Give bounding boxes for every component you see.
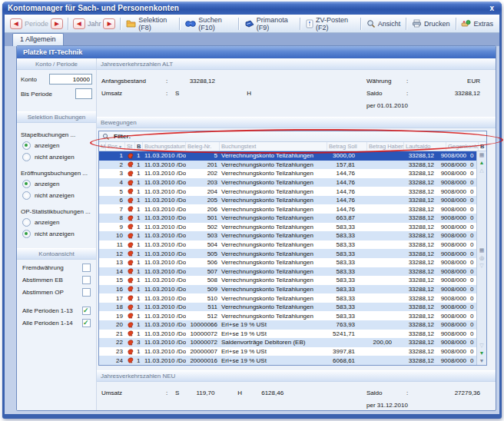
- page-up-icon[interactable]: △: [479, 167, 483, 174]
- radio-op-anzeigen[interactable]: anzeigen: [17, 215, 96, 227]
- col-pos[interactable]: Pos.▾: [106, 142, 125, 151]
- cell-haben: 200,00: [357, 339, 394, 346]
- col-laufsaldo[interactable]: Laufsaldo: [404, 142, 446, 151]
- close-icon[interactable]: x: [487, 4, 496, 12]
- bis-periode-input[interactable]: [75, 88, 92, 99]
- col-buchungstext[interactable]: Buchungstext: [220, 142, 327, 151]
- periode-next-icon[interactable]: ▶: [51, 18, 63, 29]
- extras-button[interactable]: Extras: [457, 18, 497, 29]
- cell-beleg: 20000016: [186, 357, 220, 364]
- table-row[interactable]: 12111.03.2010 /Do505Verrechnungskonto Te…: [99, 249, 476, 258]
- table-row[interactable]: 8111.03.2010 /Do501Verrechnungskonto Tei…: [99, 214, 476, 223]
- account-title: Platzke IT-Technik: [17, 46, 496, 58]
- table-row[interactable]: 10111.03.2010 /Do503Verrechnungskonto Te…: [99, 231, 476, 240]
- cell-soll: 3997,81: [317, 348, 357, 355]
- cell-gegen: 9008/000: [436, 313, 469, 320]
- scroll-down-icon[interactable]: ▼: [479, 350, 485, 357]
- table-row[interactable]: 17111.03.2010 /Do510Verrechnungskonto Te…: [99, 293, 476, 303]
- stamp-icon: [125, 224, 135, 230]
- fremdwaehrung-row[interactable]: Fremdwährung: [17, 260, 96, 272]
- cell-b: 1: [135, 268, 143, 275]
- ansicht-button[interactable]: Ansicht: [363, 18, 405, 30]
- checkbox-icon[interactable]: [82, 276, 91, 284]
- col-m[interactable]: M: [99, 142, 106, 151]
- radio-eroeffnung-nicht-anzeigen[interactable]: nicht anzeigen: [17, 188, 96, 200]
- col-buchungsdatum[interactable]: Buchungsdatum: [143, 142, 186, 151]
- table-row[interactable]: 2111.03.2010 /Do201Verrechnungskonto Tei…: [99, 161, 476, 170]
- radio-icon[interactable]: [22, 153, 31, 161]
- drucken-button[interactable]: Drucken: [408, 18, 454, 29]
- view-grid-icon[interactable]: ▦: [479, 247, 485, 254]
- filter-funnel-icon[interactable]: ▽: [479, 262, 483, 270]
- table-row[interactable]: 19111.03.2010 /Do512Verrechnungskonto Te…: [99, 311, 476, 320]
- filter-row[interactable]: Filter:: [99, 131, 486, 142]
- alle-perioden-14-row[interactable]: Alle Perioden 1-14: [17, 315, 96, 327]
- radio-stapel-anzeigen[interactable]: anzeigen: [17, 138, 96, 150]
- table-row[interactable]: 18111.03.2010 /Do511Verrechnungskonto Te…: [99, 303, 476, 312]
- suchen-button[interactable]: Suchen (F10): [181, 15, 237, 33]
- radio-stapel-nicht-anzeigen[interactable]: nicht anzeigen: [17, 150, 96, 161]
- cell-saldo: 33288,12: [394, 241, 436, 248]
- table-row[interactable]: 6111.03.2010 /Do205Verrechnungskonto Tei…: [99, 196, 476, 205]
- table-row[interactable]: 1111.03.2010 /Do5Verrechnungskonto Teilz…: [99, 151, 476, 161]
- primanota-button[interactable]: Primanota (F9): [240, 15, 299, 33]
- col-st[interactable]: St: [125, 142, 135, 151]
- col-b[interactable]: B: [135, 142, 143, 151]
- radio-eroeffnung-anzeigen[interactable]: anzeigen: [17, 177, 96, 188]
- magnifier-icon: [366, 19, 376, 28]
- table-row[interactable]: 21111.03.2010 /Do10000072Erl+se 19 % USt…: [99, 330, 476, 339]
- checkbox-icon[interactable]: [82, 288, 91, 297]
- col-gegenkonto[interactable]: Gegenkonto: [446, 142, 479, 151]
- table-row[interactable]: 4111.03.2010 /Do203Verrechnungskonto Tei…: [99, 178, 476, 187]
- table-row[interactable]: 23111.03.2010 /Do20000007Erl+se 19 % USt…: [99, 347, 476, 356]
- jahr-next-icon[interactable]: ▶: [103, 18, 115, 29]
- table-row[interactable]: 22311.03.2010 /Do10000072Saldenvorträge …: [99, 338, 476, 347]
- table-row[interactable]: 24111.03.2010 /Do20000016Erl+se 19 % USt…: [99, 356, 476, 365]
- radio-op-nicht-anzeigen[interactable]: nicht anzeigen: [17, 227, 96, 238]
- jahr-prev-icon[interactable]: ◀: [73, 18, 85, 29]
- checkbox-icon[interactable]: [82, 319, 91, 327]
- radio-icon[interactable]: [22, 218, 31, 227]
- radio-icon[interactable]: [22, 191, 31, 200]
- alle-perioden-13-row[interactable]: Alle Perioden 1-13: [17, 303, 96, 315]
- table-row[interactable]: 15111.03.2010 /Do508Verrechnungskonto Te…: [99, 276, 476, 285]
- col-b2[interactable]: B: [479, 142, 486, 151]
- zv-posten-button[interactable]: ZV-Posten (F2): [302, 15, 359, 33]
- table-row[interactable]: 7111.03.2010 /Do206Verrechnungskonto Tei…: [99, 204, 476, 214]
- checkbox-icon[interactable]: [82, 264, 91, 272]
- stamp-icon: [125, 330, 135, 336]
- col-betrag-soll[interactable]: Betrag Soll: [327, 142, 367, 151]
- radio-icon[interactable]: [22, 141, 31, 150]
- col-beleg-nr[interactable]: Beleg-Nr.: [186, 142, 220, 151]
- cell-b: 1: [135, 170, 143, 177]
- col-betrag-haben[interactable]: Betrag Haben: [367, 142, 404, 151]
- cell-saldo: 33288,12: [394, 206, 436, 213]
- abstimmen-op-row[interactable]: Abstimmen OP: [17, 284, 96, 297]
- table-header[interactable]: M Pos.▾ St B Buchungsdatum Beleg-Nr. Buc…: [99, 142, 486, 151]
- selektion-button[interactable]: Selektion (F8): [122, 15, 177, 33]
- table-row[interactable]: 13111.03.2010 /Do506Verrechnungskonto Te…: [99, 258, 476, 267]
- page-down-icon[interactable]: ▽: [479, 342, 483, 350]
- periode-prev-icon[interactable]: ◀: [10, 18, 22, 29]
- tab-allgemein[interactable]: 1 Allgemein: [12, 33, 64, 46]
- title-bar[interactable]: Kontomanager für Sach- und Personenkonte…: [2, 2, 502, 15]
- table-row[interactable]: 5111.03.2010 /Do204Verrechnungskonto Tei…: [99, 187, 476, 196]
- scroll-up-icon[interactable]: ▲: [479, 159, 485, 167]
- last-row-icon[interactable]: ▼: [479, 357, 485, 365]
- radio-icon[interactable]: [22, 180, 31, 188]
- cell-datum: 11.03.2010 /Do: [143, 179, 186, 186]
- konto-input[interactable]: [49, 74, 92, 85]
- table-row[interactable]: 9111.03.2010 /Do502Verrechnungskonto Tei…: [99, 223, 476, 232]
- copy-grid-icon[interactable]: ▦: [479, 151, 485, 159]
- zoom-icon[interactable]: ◎: [479, 254, 484, 262]
- abstimmen-eb-row[interactable]: Abstimmen EB: [17, 272, 96, 284]
- cell-pos: 9: [106, 224, 125, 230]
- table-row[interactable]: 14111.03.2010 /Do507Verrechnungskonto Te…: [99, 267, 476, 277]
- table-row[interactable]: 11111.03.2010 /Do504Verrechnungskonto Te…: [99, 240, 476, 250]
- cell-soll: 583,33: [317, 268, 357, 275]
- table-row[interactable]: 20111.03.2010 /Do10000066Erl+se 19 % USt…: [99, 320, 476, 330]
- table-row[interactable]: 16111.03.2010 /Do509Verrechnungskonto Te…: [99, 285, 476, 294]
- radio-icon[interactable]: [22, 230, 31, 238]
- table-row[interactable]: 3111.03.2010 /Do202Verrechnungskonto Tei…: [99, 169, 476, 178]
- checkbox-icon[interactable]: [82, 307, 91, 315]
